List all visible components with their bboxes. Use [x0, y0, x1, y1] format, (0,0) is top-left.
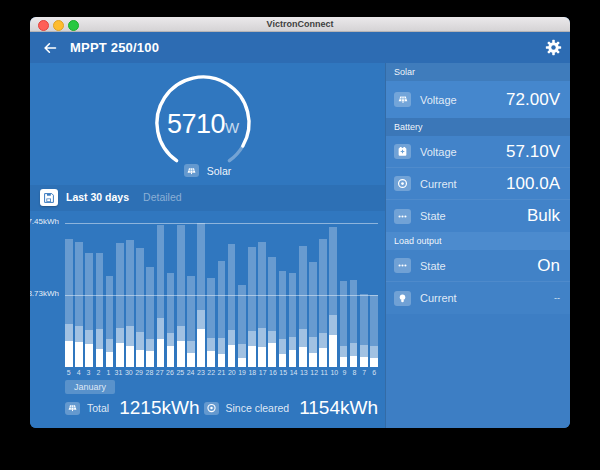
segment-bottom-white [228, 345, 236, 367]
bar-day-23 [197, 223, 205, 367]
segment-top-faint [106, 276, 114, 339]
x-tick-label: 26 [166, 369, 174, 376]
segment-bottom-white [289, 350, 297, 367]
row-value: -- [554, 293, 560, 303]
close-window-button[interactable] [38, 20, 49, 31]
settings-button[interactable] [545, 39, 562, 56]
bar-day-31 [116, 223, 124, 367]
since-cleared-value: 1154kWh [299, 397, 378, 419]
solar-panel-icon [394, 92, 411, 107]
bar-day-4 [75, 223, 83, 367]
segment-bottom-white [177, 341, 185, 367]
segment-bottom-white [157, 339, 165, 367]
x-tick-label: 20 [228, 369, 236, 376]
segment-middle-light [279, 339, 287, 354]
bar-day-6 [370, 223, 378, 367]
segment-bottom-white [360, 357, 368, 367]
tab-last-30-days[interactable]: Last 30 days [66, 189, 129, 206]
segment-bottom-white [370, 358, 378, 367]
x-tick-label: 11 [321, 369, 328, 376]
segment-bottom-white [96, 349, 104, 367]
page-title: MPPT 250/100 [70, 40, 159, 55]
load-output-state-row: StateOn [386, 250, 570, 282]
segment-top-faint [207, 278, 215, 338]
segment-bottom-white [65, 341, 73, 367]
bar-day-14 [289, 223, 297, 367]
x-tick-label: 28 [146, 369, 154, 376]
chart-tabs: Last 30 daysDetailed [66, 189, 182, 206]
x-tick-label: 2 [95, 369, 102, 376]
segment-top-faint [126, 240, 134, 326]
dots-icon [394, 209, 411, 224]
row-value: 72.00V [506, 90, 560, 110]
battery-state-row: StateBulk [386, 200, 570, 232]
traffic-lights [38, 20, 79, 31]
segment-top-faint [177, 225, 185, 326]
segment-middle-light [126, 326, 134, 346]
battery-voltage-row: Voltage57.10V [386, 136, 570, 168]
row-label: State [420, 260, 537, 272]
segment-bottom-white [340, 357, 348, 367]
bar-day-17 [258, 223, 266, 367]
bar-day-13 [299, 223, 307, 367]
segment-top-faint [228, 244, 236, 330]
segment-middle-light [116, 328, 124, 343]
segment-middle-light [319, 333, 327, 348]
bar-day-16 [268, 223, 276, 367]
app-window: VictronConnect MPPT 250/100 [30, 17, 570, 428]
solar-panel-icon [184, 164, 199, 177]
row-label: Voltage [420, 94, 506, 106]
bar-day-22 [207, 223, 215, 367]
segment-bottom-white [248, 346, 256, 367]
x-tick-label: 27 [156, 369, 164, 376]
segment-middle-light [329, 315, 337, 335]
segment-top-faint [116, 243, 124, 328]
x-tick-label: 6 [371, 369, 378, 376]
segment-middle-light [360, 345, 368, 357]
segment-middle-light [177, 326, 185, 342]
gear-icon [545, 39, 562, 56]
bar-day-27 [157, 223, 165, 367]
segment-middle-light [268, 331, 276, 343]
bar-day-20 [228, 223, 236, 367]
segment-bottom-white [116, 343, 124, 367]
power-gauge: 5710W [148, 71, 258, 179]
segment-bottom-white [106, 352, 114, 367]
segment-middle-light [136, 332, 144, 349]
macos-titlebar: VictronConnect [30, 17, 570, 32]
battery-current-row: Current100.0A [386, 168, 570, 200]
tab-detailed[interactable]: Detailed [143, 189, 182, 206]
segment-middle-light [207, 338, 215, 350]
segment-bottom-white [279, 354, 287, 367]
bar-day-8 [350, 223, 358, 367]
y-tick-label: 8.73kWh [30, 289, 59, 298]
total-value: 1215kWh [119, 397, 199, 419]
segment-bottom-white [218, 354, 226, 367]
segment-top-faint [65, 239, 73, 324]
x-axis-labels: 5432131302928272625242322212019181716151… [65, 369, 378, 376]
bar-day-15 [279, 223, 287, 367]
zoom-window-button[interactable] [68, 20, 79, 31]
bar-day-12 [309, 223, 317, 367]
back-button[interactable] [41, 39, 59, 57]
segment-bottom-white [299, 347, 307, 367]
segment-top-faint [329, 227, 337, 315]
month-chip[interactable]: January [65, 380, 115, 394]
segment-top-faint [218, 261, 226, 338]
segment-middle-light [96, 329, 104, 349]
x-tick-label: 3 [85, 369, 92, 376]
x-tick-label: 13 [300, 369, 308, 376]
segment-top-faint [167, 273, 175, 333]
segment-top-faint [157, 225, 165, 318]
bar-day-30 [126, 223, 134, 367]
since-cleared-stat: Since cleared 1154kWh [204, 397, 378, 419]
section-rows: StateOnCurrent-- [386, 250, 570, 314]
bulb-icon [394, 291, 411, 306]
segment-top-faint [279, 271, 287, 339]
row-value: On [537, 256, 560, 276]
segment-middle-light [65, 324, 73, 341]
segment-top-faint [268, 257, 276, 330]
minimize-window-button[interactable] [53, 20, 64, 31]
save-chart-button[interactable] [40, 189, 58, 206]
x-tick-label: 23 [197, 369, 205, 376]
